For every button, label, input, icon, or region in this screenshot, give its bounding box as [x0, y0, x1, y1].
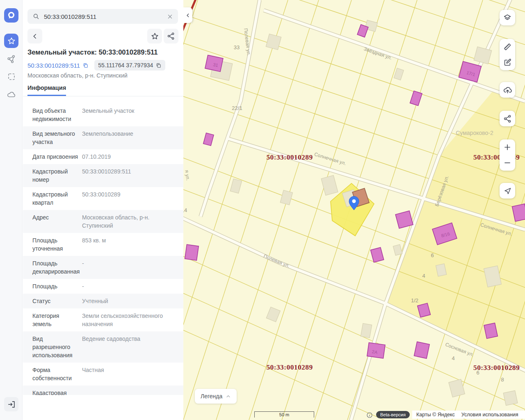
table-row: Площадь уточненная853 кв. м	[23, 233, 183, 256]
row-label: Форма собственности	[23, 366, 82, 382]
row-value: 07.10.2019	[82, 153, 183, 161]
table-row: Категория земельЗемли сельскохозяйственн…	[23, 308, 183, 331]
row-value: Учтенный	[82, 297, 183, 305]
rail-geometry-button[interactable]	[4, 52, 18, 66]
app-logo[interactable]	[4, 8, 18, 23]
table-row: Площадь-	[23, 279, 183, 294]
map-scale: 50 m	[254, 411, 314, 418]
info-button[interactable]	[366, 412, 373, 420]
row-value: 50:33:0010289:511	[82, 167, 183, 184]
cloud-icon	[7, 90, 16, 100]
share-icon	[503, 114, 512, 123]
legend-button[interactable]: Легенда	[195, 389, 237, 404]
minus-icon	[503, 159, 511, 167]
table-row: Кадастровая	[23, 386, 183, 395]
page-title: Земельный участок: 50:33:0010289:511	[27, 48, 179, 56]
table-row: Вид земельного участкаЗемлепользование	[23, 126, 183, 149]
table-row: Кадастровый номер50:33:0010289:511	[23, 164, 183, 187]
copy-icon[interactable]	[82, 62, 89, 68]
row-value: -	[82, 282, 183, 290]
table-row: Дата присвоения07.10.2019	[23, 149, 183, 164]
cadastral-number-link[interactable]: 50:33:0010289:511	[27, 62, 89, 69]
cloud-upload-button[interactable]	[500, 82, 515, 98]
table-row: СтатусУчтенный	[23, 294, 183, 308]
map-canvas[interactable]: Полевая ул.я ул.Звёздная ул.Солнечная ул…	[183, 0, 525, 420]
row-value: Землепользование	[82, 130, 183, 146]
search-input[interactable]	[44, 13, 163, 20]
row-value: -	[82, 259, 183, 276]
table-row: Форма собственностиЧастная	[23, 363, 183, 386]
object-address: Московская область, р-н. Ступинский	[27, 72, 128, 79]
search-icon	[32, 13, 40, 20]
zoom-control	[500, 139, 515, 171]
ruler-button[interactable]	[500, 39, 515, 55]
table-row: Площадь декларированная-	[23, 256, 183, 279]
row-label: Статус	[23, 297, 82, 305]
rail-select-area-button[interactable]	[4, 69, 18, 84]
favorite-button[interactable]	[147, 29, 162, 43]
row-label: Кадастровый номер	[23, 167, 82, 184]
building-label: 2A	[372, 349, 378, 355]
map-attribution: Карты © Яндекс Условия использования	[412, 411, 525, 419]
zoom-in-button[interactable]	[500, 139, 515, 155]
row-label: Дата присвоения	[23, 153, 82, 161]
settlement-label: Сумароково-2	[456, 130, 493, 136]
row-value: Ведение садоводства	[82, 335, 183, 359]
app-window: Земельный участок: 50:33:0010289:511 50:…	[0, 0, 525, 420]
chevron-left-icon	[185, 13, 191, 18]
parcel-number: 4	[422, 273, 425, 279]
coordinates-chip: 55.111764 37.797934	[94, 60, 165, 71]
cadastral-quarter-label: 50:33:0010289	[473, 363, 520, 372]
locate-control	[500, 183, 515, 199]
table-row: АдресМосковская область, р-н. Ступинский	[23, 210, 183, 233]
chevron-left-icon	[32, 33, 39, 40]
clear-search-icon[interactable]	[167, 14, 173, 20]
rail-cloud-button[interactable]	[4, 87, 18, 102]
parcel-number: 1/2	[411, 297, 418, 304]
yandex-maps-link[interactable]: Карты © Яндекс	[416, 412, 455, 418]
row-value: 853 кв. м	[82, 236, 183, 253]
parcel-number: 4	[452, 355, 454, 361]
cadastral-quarter-label: 50:33:0010289	[266, 153, 313, 161]
tab-bar: Информация	[23, 84, 183, 96]
terms-link[interactable]: Условия использования	[461, 412, 518, 418]
panel-collapse-button[interactable]	[183, 7, 192, 23]
copy-icon[interactable]	[155, 62, 162, 68]
my-location-button[interactable]	[500, 183, 515, 199]
rail-favorites-button[interactable]	[4, 34, 18, 48]
detail-panel: Земельный участок: 50:33:0010289:511 50:…	[23, 0, 183, 420]
zoom-out-button[interactable]	[500, 155, 515, 171]
table-row: Кадастровый квартал50:33:0010289	[23, 187, 183, 210]
star-outline-icon	[151, 32, 159, 41]
tab-information[interactable]: Информация	[27, 84, 66, 96]
row-value: 50:33:0010289	[82, 190, 183, 207]
upload-control	[500, 82, 515, 98]
info-table: Вид объекта недвижимостиЗемельный участо…	[23, 103, 183, 395]
ruler-icon	[503, 42, 512, 51]
row-label: Кадастровая	[23, 389, 82, 395]
layers-button[interactable]	[500, 10, 515, 25]
row-value	[82, 389, 183, 395]
parcel-number: 33	[234, 44, 240, 50]
share-control	[500, 111, 515, 126]
layers-icon	[503, 13, 512, 22]
row-label: Площадь декларированная	[23, 259, 82, 276]
row-label: Площадь	[23, 282, 82, 290]
parcel-number: 6	[431, 252, 434, 258]
table-row: Вид объекта недвижимостиЗемельный участо…	[23, 103, 183, 126]
navigation-arrow-icon	[503, 187, 512, 195]
row-value: Земли сельскохозяйственного назначения	[82, 312, 183, 328]
share-button[interactable]	[164, 29, 178, 43]
select-area-icon	[7, 72, 16, 82]
back-button[interactable]	[27, 29, 42, 43]
table-row: Вид разрешенного использованияВедение са…	[23, 331, 183, 363]
rail-signin-button[interactable]	[4, 397, 18, 411]
row-label: Кадастровый квартал	[23, 190, 82, 207]
row-label: Площадь уточненная	[23, 236, 82, 253]
edit-button[interactable]	[500, 55, 515, 70]
parcel-number: 22/1	[232, 105, 242, 111]
search-bar[interactable]	[27, 9, 178, 24]
map-share-button[interactable]	[500, 111, 515, 126]
row-label: Адрес	[23, 213, 82, 230]
cloud-upload-icon	[503, 85, 512, 95]
